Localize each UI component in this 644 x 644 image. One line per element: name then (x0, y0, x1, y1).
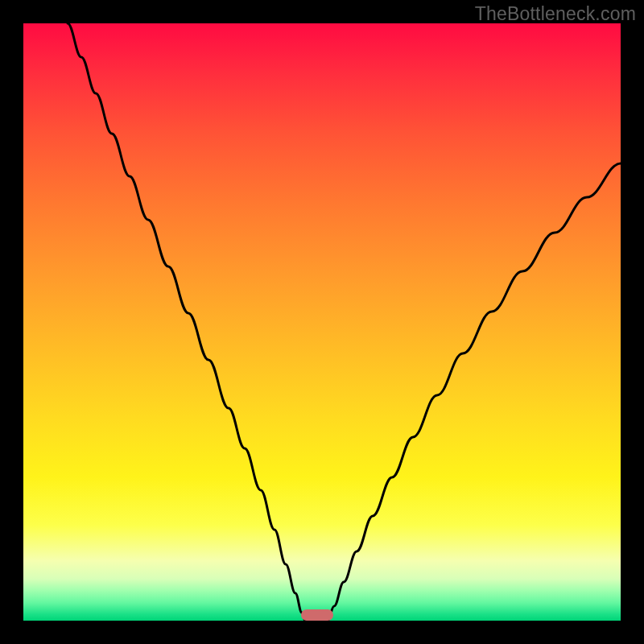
watermark-text: TheBottleneck.com (475, 3, 636, 25)
chart-frame (23, 23, 621, 621)
left-curve (68, 23, 305, 621)
chart-curves (23, 23, 621, 621)
bottleneck-marker (301, 609, 333, 621)
right-curve (328, 163, 621, 621)
